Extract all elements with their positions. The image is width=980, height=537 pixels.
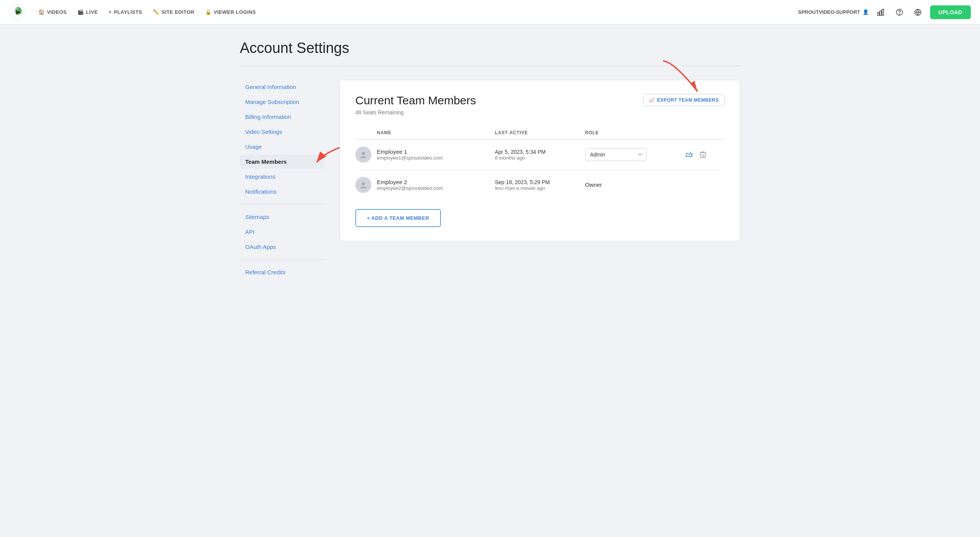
col-actions (685, 126, 724, 140)
last-active-date: Apr 5, 2023, 5:34 PM (495, 149, 581, 155)
avatar (355, 177, 371, 193)
page-title: Account Settings (240, 40, 740, 56)
member-display-name: Employee 1 (377, 148, 443, 155)
sidebar-item-api[interactable]: API (240, 225, 324, 239)
last-active-ago: 6 months ago (495, 155, 581, 161)
member-email: employee1@sproutvideo.com (377, 155, 443, 161)
home-icon: 🏠 (38, 9, 45, 15)
sidebar-item-notifications[interactable]: Notifications (240, 184, 324, 199)
role-text: Owner (585, 181, 602, 188)
col-last-active: LAST ACTIVE (495, 126, 585, 140)
avatar (355, 147, 371, 163)
member-actions-cell (685, 140, 724, 170)
export-team-members-button[interactable]: 📈 EXPORT TEAM MEMBERS (643, 94, 724, 106)
sidebar-item-integrations[interactable]: Integrations (240, 170, 324, 184)
team-members-panel: Current Team Members 📈 EXPORT TEAM MEMBE… (340, 80, 740, 241)
member-display-name: Employee 2 (377, 179, 443, 185)
table-row: Employee 2 employee2@sproutvideo.com Sep… (355, 170, 724, 200)
svg-point-10 (362, 152, 365, 155)
sidebar-item-usage[interactable]: Usage (240, 140, 324, 154)
upload-button[interactable]: UPLOAD (930, 5, 971, 19)
nav-site-editor[interactable]: ✏️ SITE EDITOR (153, 9, 195, 15)
svg-point-6 (899, 13, 900, 14)
add-team-member-button[interactable]: + ADD A TEAM MEMBER (355, 209, 441, 227)
section-header: Current Team Members 📈 EXPORT TEAM MEMBE… (355, 94, 724, 107)
sidebar-item-team-members[interactable]: Team Members (240, 155, 324, 169)
crown-icon-button[interactable] (685, 151, 693, 158)
topnav-right: SPROUTVIDEO-SUPPORT 👤 UPLOAD (798, 5, 971, 19)
last-active-date: Sep 18, 2023, 5:29 PM (495, 179, 581, 185)
member-last-active-cell: Sep 18, 2023, 5:29 PM less than a minute… (495, 170, 585, 200)
nav-videos[interactable]: 🏠 VIDEOS (38, 9, 67, 15)
logo[interactable] (9, 4, 26, 21)
svg-rect-3 (880, 11, 881, 15)
content-layout: General Information Manage Subscription … (240, 80, 740, 280)
last-active-ago: less than a minute ago (495, 185, 581, 191)
sidebar-item-general-information[interactable]: General Information (240, 80, 324, 94)
svg-rect-2 (878, 12, 879, 15)
analytics-btn[interactable] (875, 6, 887, 18)
member-last-active-cell: Apr 5, 2023, 5:34 PM 6 months ago (495, 140, 585, 170)
playlists-icon: ≡ (109, 9, 112, 15)
sidebar-item-video-settings[interactable]: Video Settings (240, 125, 324, 139)
member-name-cell: Employee 1 employee1@sproutvideo.com (355, 140, 495, 170)
team-members-table: NAME LAST ACTIVE ROLE (355, 126, 724, 200)
page-wrapper: Account Settings General Information Man… (221, 25, 759, 295)
sidebar: General Information Manage Subscription … (240, 80, 324, 280)
sidebar-item-oauth-apps[interactable]: OAuth Apps (240, 240, 324, 254)
page-divider (240, 66, 740, 66)
sidebar-item-referral-credits[interactable]: Referral Credits (240, 265, 324, 279)
help-btn[interactable] (893, 6, 906, 18)
svg-point-11 (362, 182, 365, 185)
col-role: ROLE (585, 126, 685, 140)
export-icon: 📈 (649, 97, 655, 103)
username-display[interactable]: SPROUTVIDEO-SUPPORT 👤 (798, 9, 869, 15)
member-actions-cell (685, 170, 724, 200)
top-navigation: 🏠 VIDEOS 🎬 LIVE ≡ PLAYLISTS ✏️ SITE EDIT… (0, 0, 980, 25)
member-email: employee2@sproutvideo.com (377, 185, 443, 191)
sidebar-divider-2 (240, 259, 324, 260)
delete-member-button[interactable] (700, 151, 706, 158)
sidebar-item-billing-information[interactable]: Billing Information (240, 110, 324, 124)
col-name: NAME (355, 126, 495, 140)
globe-btn[interactable] (912, 6, 924, 18)
member-role-cell: Owner (585, 170, 685, 200)
user-icon: 👤 (863, 9, 869, 15)
member-name-cell: Employee 2 employee2@sproutvideo.com (355, 170, 495, 200)
team-members-title: Current Team Members (355, 94, 476, 107)
member-role-cell: AdminManagerPublisherViewer (585, 140, 685, 170)
table-body: Employee 1 employee1@sproutvideo.com Apr… (355, 140, 724, 200)
nav-links: 🏠 VIDEOS 🎬 LIVE ≡ PLAYLISTS ✏️ SITE EDIT… (38, 9, 786, 15)
live-icon: 🎬 (78, 9, 84, 15)
sidebar-item-sitemaps[interactable]: Sitemaps (240, 210, 324, 224)
edit-icon: ✏️ (153, 9, 159, 15)
lock-icon: 🔒 (205, 9, 211, 15)
table-header: NAME LAST ACTIVE ROLE (355, 126, 724, 140)
sidebar-item-manage-subscription[interactable]: Manage Subscription (240, 95, 324, 109)
svg-rect-4 (882, 9, 884, 15)
nav-viewer-logins[interactable]: 🔒 VIEWER LOGINS (205, 9, 256, 15)
sidebar-divider-1 (240, 204, 324, 204)
seats-remaining: 48 Seats Remaining (355, 109, 724, 115)
nav-playlists[interactable]: ≡ PLAYLISTS (109, 9, 142, 15)
table-row: Employee 1 employee1@sproutvideo.com Apr… (355, 140, 724, 170)
nav-live[interactable]: 🎬 LIVE (78, 9, 98, 15)
role-select[interactable]: AdminManagerPublisherViewer (585, 148, 647, 161)
